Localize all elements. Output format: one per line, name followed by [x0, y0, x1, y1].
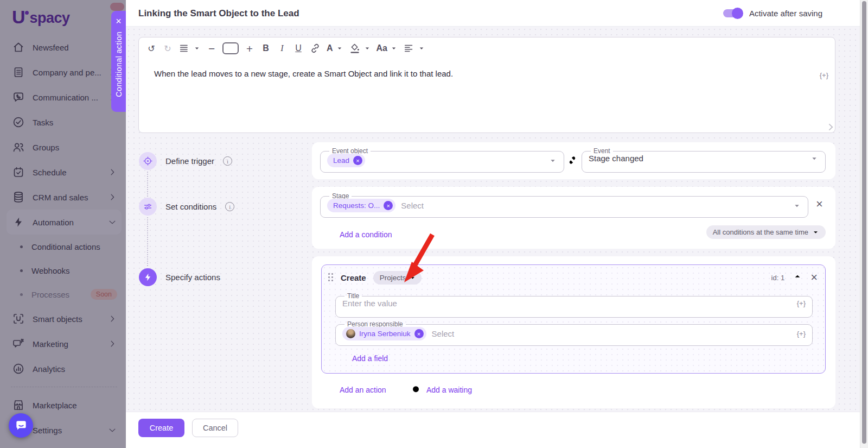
chip-label: Requests: O...: [333, 201, 380, 210]
stage-chip[interactable]: Requests: O... ×: [327, 199, 395, 212]
step-label: Specify actions: [165, 273, 220, 282]
info-icon[interactable]: i: [225, 202, 234, 211]
bold-glyph: B: [263, 43, 269, 53]
link-icon: [567, 155, 578, 166]
conditional-action-tab-label: Conditional action: [114, 31, 123, 97]
conditions-step-icon: [139, 198, 157, 216]
add-action-button[interactable]: Add an action: [324, 384, 386, 395]
step-label: Define trigger: [165, 156, 214, 166]
chip-remove-icon[interactable]: ×: [353, 156, 362, 165]
create-action-header: Create Projects id: 1 ×: [322, 265, 825, 290]
chevron-down-icon: [193, 45, 201, 52]
collapse-button[interactable]: [793, 272, 802, 283]
action-id: id: 1: [771, 274, 785, 282]
info-icon[interactable]: i: [223, 156, 232, 166]
resize-handle-icon[interactable]: [826, 124, 833, 131]
toolbar-italic-button[interactable]: I: [275, 41, 289, 56]
create-button[interactable]: Create: [138, 419, 184, 437]
list-plus-icon: [324, 384, 335, 395]
conditional-action-panel: Linking the Smart Object to the Lead Act…: [126, 0, 868, 448]
trigger-step-icon: [139, 152, 157, 170]
chevron-down-icon[interactable]: [810, 154, 819, 163]
toolbar-font-size-box-button[interactable]: [221, 41, 240, 56]
scrollbar-track[interactable]: [860, 0, 868, 448]
title-field[interactable]: Title Enter the value {+}: [335, 293, 813, 318]
chevron-down-icon[interactable]: [548, 156, 557, 165]
step-connector: [147, 217, 148, 266]
text-color-glyph: A: [327, 43, 333, 53]
step-label: Set conditions: [165, 202, 216, 211]
toolbar-increase-font-button[interactable]: +: [242, 41, 257, 56]
add-action-label: Add an action: [340, 386, 386, 394]
person-chip[interactable]: Iryna Serbeniuk ×: [342, 327, 426, 340]
person-responsible-field[interactable]: Person responsible Iryna Serbeniuk × Sel…: [335, 321, 813, 346]
italic-glyph: I: [280, 43, 283, 53]
chevron-down-icon: [418, 45, 425, 52]
panel-header: Linking the Smart Object to the Lead Act…: [126, 0, 868, 27]
scrollbar-thumb[interactable]: [862, 1, 866, 444]
toolbar-link-button[interactable]: [308, 41, 323, 56]
insert-variable-button[interactable]: {+}: [797, 330, 806, 338]
insert-variable-button[interactable]: {+}: [797, 299, 806, 307]
toolbar-text-color-button[interactable]: A: [325, 41, 345, 56]
conditional-action-tab[interactable]: × Conditional action: [111, 11, 126, 112]
panel-footer: Create Cancel: [126, 412, 868, 448]
activate-toggle[interactable]: [723, 9, 742, 17]
event-object-select[interactable]: Event object Lead ×: [320, 148, 564, 173]
list-plus-icon: [324, 229, 335, 239]
avatar: [346, 329, 355, 338]
toolbar-bold-button[interactable]: B: [259, 41, 273, 56]
conditions-card: Stage Requests: O... × Select × Add a co…: [312, 187, 835, 249]
entity-type-dropdown[interactable]: Projects: [373, 271, 422, 285]
add-condition-button[interactable]: Add a condition: [324, 229, 392, 239]
cancel-button[interactable]: Cancel: [192, 419, 238, 437]
toolbar-underline-button[interactable]: U: [291, 41, 305, 56]
toolbar-align-button[interactable]: [401, 41, 427, 56]
remove-condition-button[interactable]: ×: [816, 199, 823, 210]
chevron-down-icon: [363, 45, 371, 52]
chat-launcher-button[interactable]: [9, 413, 33, 438]
drag-handle-icon[interactable]: [328, 273, 334, 282]
title-placeholder: Enter the value: [342, 299, 397, 308]
activate-toggle-label: Activate after saving: [749, 9, 822, 18]
toolbar-highlight-button[interactable]: [347, 41, 373, 56]
close-icon[interactable]: ×: [116, 16, 122, 26]
page-title: Linking the Smart Object to the Lead: [138, 0, 299, 27]
chevron-down-icon[interactable]: [793, 201, 801, 210]
add-waiting-button[interactable]: Add a waiting: [411, 384, 472, 395]
description-editor[interactable]: ↺↻−+BIUAAa When the lead moves to a new …: [138, 37, 835, 133]
chevron-down-icon: [409, 274, 416, 281]
editor-toolbar: ↺↻−+BIUAAa: [139, 37, 835, 59]
step-define-trigger: Define trigger i: [139, 152, 232, 170]
create-action-block: Create Projects id: 1 × Title: [321, 264, 826, 374]
remove-action-button[interactable]: ×: [810, 272, 818, 283]
toolbar-font-case-button[interactable]: Aa: [375, 41, 399, 56]
undo-glyph: ↺: [148, 43, 155, 54]
underline-glyph: U: [295, 43, 302, 53]
stage-select[interactable]: Stage Requests: O... × Select: [320, 193, 808, 218]
panel-body: ↺↻−+BIUAAa When the lead moves to a new …: [126, 27, 868, 448]
editor-text[interactable]: When the lead moves to a new stage, crea…: [139, 59, 835, 78]
add-waiting-label: Add a waiting: [426, 386, 472, 394]
add-condition-label: Add a condition: [340, 230, 392, 239]
chevron-down-icon: [336, 45, 343, 52]
clock-plus-icon: [411, 384, 422, 395]
redo-glyph: ↻: [164, 43, 171, 54]
trigger-card: Event object Lead × Event Stage changed: [312, 142, 835, 179]
action-type-title: Create: [341, 273, 366, 282]
chip-label: Lead: [333, 156, 349, 165]
chevron-down-icon: [812, 229, 819, 236]
entity-type-label: Projects: [380, 274, 406, 282]
toolbar-decrease-font-button[interactable]: −: [205, 41, 219, 56]
actions-card: Create Projects id: 1 × Title: [312, 256, 835, 408]
toolbar-line-spacing-button[interactable]: [177, 41, 202, 56]
add-field-button[interactable]: Add a field: [337, 353, 388, 363]
event-object-chip[interactable]: Lead ×: [327, 154, 365, 167]
chip-remove-icon[interactable]: ×: [384, 201, 393, 210]
conditions-mode-dropdown[interactable]: All conditions at the same time: [706, 225, 826, 239]
toolbar-undo-button[interactable]: ↺: [144, 41, 158, 56]
chip-remove-icon[interactable]: ×: [414, 329, 424, 338]
insert-variable-button[interactable]: {+}: [820, 71, 828, 79]
event-select[interactable]: Event Stage changed: [582, 148, 826, 173]
add-field-label: Add a field: [352, 354, 388, 363]
